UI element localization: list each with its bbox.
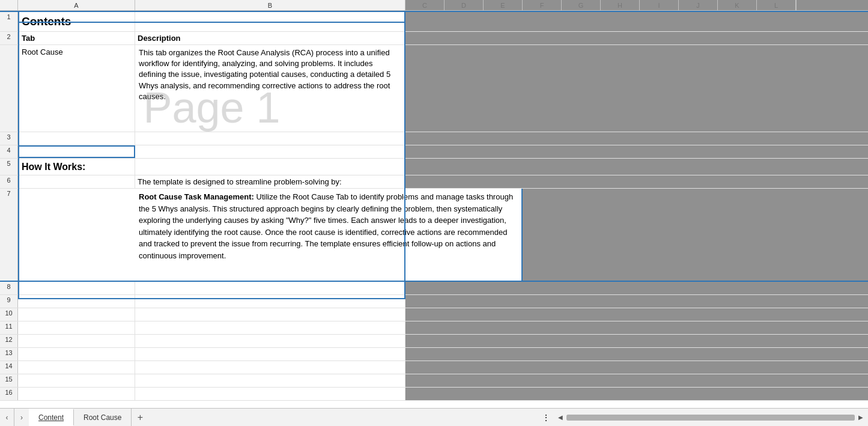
- row-num-9: 9: [0, 295, 18, 308]
- row-num-10: 10: [0, 308, 18, 321]
- tab-options-button[interactable]: ⋮: [539, 410, 553, 425]
- scroll-track[interactable]: [566, 415, 855, 421]
- row-12: 12: [0, 335, 868, 348]
- row-1: 1 Contents: [0, 11, 868, 32]
- cell-b14[interactable]: [135, 361, 405, 374]
- col-header-l[interactable]: L: [757, 0, 796, 10]
- col-header-d[interactable]: D: [445, 0, 484, 10]
- row-num-12: 12: [0, 335, 18, 347]
- cell-a7[interactable]: [18, 189, 135, 281]
- tab-nav-prev[interactable]: ‹: [0, 409, 14, 426]
- row-num-4: 4: [0, 145, 18, 158]
- cell-b6[interactable]: The template is designed to streamline p…: [135, 175, 405, 188]
- cell-b15[interactable]: [135, 374, 405, 387]
- row-num-5: 5: [0, 159, 18, 175]
- col-header-g[interactable]: G: [562, 0, 601, 10]
- horizontal-scrollbar: ◀ ▶: [556, 413, 866, 422]
- cell-a2[interactable]: Tab: [18, 32, 135, 44]
- row-num-7: 7: [0, 189, 18, 281]
- row-num-11: 11: [0, 321, 18, 334]
- cell-b5[interactable]: [135, 159, 405, 175]
- row7-bold-prefix: Root Cause Task Management:: [139, 192, 254, 201]
- cell-a11[interactable]: [18, 321, 135, 334]
- row-2-header: 2 Tab Description: [0, 32, 868, 45]
- cell-b16[interactable]: [135, 388, 405, 400]
- ellipsis-icon: ⋮: [542, 413, 550, 422]
- cell-b10[interactable]: [135, 308, 405, 321]
- row-16: 16: [0, 388, 868, 401]
- row7-body: Utilize the Root Cause Tab to identify p…: [139, 192, 513, 260]
- tab-root-cause-label: Root Cause: [83, 413, 121, 422]
- cell-a13[interactable]: [18, 348, 135, 361]
- cell-a6[interactable]: [18, 175, 135, 188]
- cell-a10[interactable]: [18, 308, 135, 321]
- tab-bar: ‹ › Content Root Cause + ⋮ ◀ ▶: [0, 408, 868, 426]
- cell-a2-content[interactable]: Root Cause: [18, 45, 135, 132]
- row-7: 7 Root Cause Task Management: Utilize th…: [0, 189, 868, 282]
- cell-b8[interactable]: [135, 282, 405, 294]
- col-header-a[interactable]: A: [18, 0, 135, 10]
- column-headers: A B C D E F G H I J K L: [0, 0, 868, 11]
- col-header-f[interactable]: F: [523, 0, 562, 10]
- tab-content[interactable]: Content: [29, 409, 74, 426]
- cell-b2-content[interactable]: This tab organizes the Root Cause Analys…: [135, 45, 405, 132]
- row-num-13: 13: [0, 348, 18, 361]
- cell-a9[interactable]: [18, 295, 135, 308]
- plus-icon: +: [138, 412, 143, 423]
- col-header-i[interactable]: I: [640, 0, 679, 10]
- cell-a5[interactable]: How It Works:: [18, 159, 135, 175]
- scroll-thumb[interactable]: [566, 415, 855, 421]
- cell-a1[interactable]: Contents: [18, 12, 135, 31]
- tab-content-label: Content: [38, 413, 64, 422]
- row-num-3: 3: [0, 132, 18, 145]
- tab-right-controls: ⋮ ◀ ▶: [539, 409, 868, 426]
- tab-root-cause[interactable]: Root Cause: [74, 409, 132, 426]
- row7-text: Root Cause Task Management: Utilize the …: [139, 191, 518, 261]
- chevron-right-icon: ›: [20, 413, 23, 422]
- row-num-8: 8: [0, 282, 18, 294]
- row-10: 10: [0, 308, 868, 321]
- row-num-2: 2: [0, 32, 18, 44]
- row-num-16: 16: [0, 388, 18, 400]
- col-header-c[interactable]: C: [405, 0, 445, 10]
- row-15: 15: [0, 374, 868, 388]
- cell-a8[interactable]: [18, 282, 135, 294]
- tab-add-button[interactable]: +: [132, 409, 148, 426]
- row-13: 13: [0, 348, 868, 361]
- cell-b1[interactable]: [135, 12, 405, 31]
- row-5: 5 How It Works:: [0, 159, 868, 175]
- row-4: 4: [0, 145, 868, 159]
- col-header-k[interactable]: K: [718, 0, 757, 10]
- cell-b11[interactable]: [135, 321, 405, 334]
- row-3: 3: [0, 132, 868, 145]
- cell-a3[interactable]: [18, 132, 135, 145]
- row-num-15: 15: [0, 374, 18, 387]
- cell-a12[interactable]: [18, 335, 135, 347]
- row-num-2b: [0, 45, 18, 132]
- cell-a4-selected[interactable]: [18, 145, 135, 158]
- cell-b13[interactable]: [135, 348, 405, 361]
- col-header-e[interactable]: E: [484, 0, 523, 10]
- cell-a16[interactable]: [18, 388, 135, 400]
- scroll-left-arrow[interactable]: ◀: [556, 413, 565, 422]
- row-num-6: 6: [0, 175, 18, 188]
- tab-nav-next[interactable]: ›: [14, 409, 29, 426]
- row-6: 6 The template is designed to streamline…: [0, 175, 868, 189]
- row-14: 14: [0, 361, 868, 374]
- cell-a15[interactable]: [18, 374, 135, 387]
- scroll-right-arrow[interactable]: ▶: [856, 413, 866, 422]
- col-header-h[interactable]: H: [601, 0, 640, 10]
- cell-b9[interactable]: [135, 295, 405, 308]
- row-num-14: 14: [0, 361, 18, 374]
- cell-b3[interactable]: [135, 132, 405, 145]
- col-header-j[interactable]: J: [679, 0, 718, 10]
- cell-b4[interactable]: [135, 145, 405, 158]
- row-num-corner: [0, 0, 18, 10]
- row-2-content: Root Cause This tab organizes the Root C…: [0, 45, 868, 132]
- col-header-b[interactable]: B: [135, 0, 405, 10]
- cell-b2-header[interactable]: Description: [135, 32, 405, 44]
- cell-b12[interactable]: [135, 335, 405, 347]
- cell-a14[interactable]: [18, 361, 135, 374]
- cell-ab7-merged[interactable]: Root Cause Task Management: Utilize the …: [135, 189, 523, 281]
- cell-b2-text: This tab organizes the Root Cause Analys…: [139, 47, 401, 102]
